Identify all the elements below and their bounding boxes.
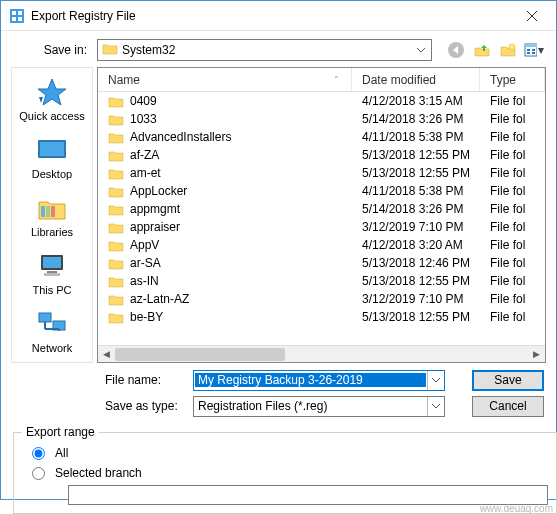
file-row[interactable]: ar-SA5/13/2018 12:46 PMFile fol	[98, 254, 545, 272]
file-name: AdvancedInstallers	[130, 130, 231, 144]
svg-rect-3	[12, 17, 16, 21]
svg-rect-29	[39, 313, 51, 322]
file-row[interactable]: am-et5/13/2018 12:55 PMFile fol	[98, 164, 545, 182]
file-name-input[interactable]: My Registry Backup 3-26-2019	[193, 370, 445, 391]
scroll-track[interactable]	[115, 346, 528, 363]
export-all-radio[interactable]	[32, 447, 45, 460]
file-name: az-Latn-AZ	[130, 292, 189, 306]
file-date: 5/13/2018 12:55 PM	[352, 310, 480, 324]
network-icon	[35, 308, 69, 340]
export-selected-option[interactable]: Selected branch	[22, 463, 548, 483]
file-list[interactable]: Name ˄ Date modified Type 04094/12/2018 …	[97, 67, 546, 363]
file-type: File fol	[480, 220, 545, 234]
cancel-button[interactable]: Cancel	[472, 396, 544, 417]
file-date: 5/13/2018 12:55 PM	[352, 148, 480, 162]
place-label: Libraries	[31, 226, 73, 238]
file-name: 0409	[130, 94, 157, 108]
file-date: 5/13/2018 12:55 PM	[352, 274, 480, 288]
svg-rect-28	[44, 273, 60, 276]
file-row[interactable]: AppLocker4/11/2018 5:38 PMFile fol	[98, 182, 545, 200]
export-range-group: Export range All Selected branch	[13, 425, 557, 514]
place-label: Network	[32, 342, 72, 354]
svg-marker-18	[38, 79, 66, 105]
file-row[interactable]: af-ZA5/13/2018 12:55 PMFile fol	[98, 146, 545, 164]
folder-icon	[102, 42, 118, 59]
export-selected-radio[interactable]	[32, 467, 45, 480]
file-date: 5/13/2018 12:46 PM	[352, 256, 480, 270]
save-in-combo[interactable]: System32	[97, 39, 432, 61]
svg-rect-27	[47, 271, 57, 273]
save-in-label: Save in:	[11, 43, 91, 57]
file-type: File fol	[480, 130, 545, 144]
file-name: appraiser	[130, 220, 180, 234]
view-menu-button[interactable]: ▾	[522, 39, 546, 61]
file-date: 4/11/2018 5:38 PM	[352, 184, 480, 198]
svg-rect-14	[527, 49, 530, 51]
place-thispc[interactable]: This PC	[12, 246, 92, 304]
column-date[interactable]: Date modified	[352, 68, 480, 91]
place-libraries[interactable]: Libraries	[12, 188, 92, 246]
file-row[interactable]: as-IN5/13/2018 12:55 PMFile fol	[98, 272, 545, 290]
file-type: File fol	[480, 238, 545, 252]
file-name-value[interactable]: My Registry Backup 3-26-2019	[195, 373, 426, 387]
scroll-left-button[interactable]: ◀	[98, 346, 115, 363]
svg-rect-13	[525, 44, 537, 47]
selected-branch-input[interactable]	[68, 485, 548, 505]
place-label: Quick access	[19, 110, 84, 122]
save-button[interactable]: Save	[472, 370, 544, 391]
place-desktop[interactable]: Desktop	[12, 130, 92, 188]
thispc-icon	[35, 250, 69, 282]
titlebar[interactable]: Export Registry File	[1, 1, 556, 31]
svg-rect-16	[532, 49, 535, 51]
svg-rect-17	[532, 52, 535, 54]
column-name[interactable]: Name ˄	[98, 68, 352, 91]
file-row[interactable]: AppV4/12/2018 3:20 AMFile fol	[98, 236, 545, 254]
file-type: File fol	[480, 256, 545, 270]
file-date: 3/12/2019 7:10 PM	[352, 220, 480, 234]
file-type: File fol	[480, 202, 545, 216]
up-one-level-button[interactable]	[470, 39, 494, 61]
file-type: File fol	[480, 184, 545, 198]
svg-rect-1	[12, 11, 16, 15]
place-label: This PC	[32, 284, 71, 296]
chevron-down-icon: ▾	[537, 43, 545, 57]
new-folder-button[interactable]	[496, 39, 520, 61]
svg-rect-2	[18, 11, 22, 15]
file-name: be-BY	[130, 310, 163, 324]
file-row[interactable]: appraiser3/12/2019 7:10 PMFile fol	[98, 218, 545, 236]
back-button[interactable]	[444, 39, 468, 61]
svg-rect-10	[483, 47, 485, 51]
file-row[interactable]: 04094/12/2018 3:15 AMFile fol	[98, 92, 545, 110]
place-label: Desktop	[32, 168, 72, 180]
file-type: File fol	[480, 94, 545, 108]
list-header[interactable]: Name ˄ Date modified Type	[98, 68, 545, 92]
place-quickaccess[interactable]: Quick access	[12, 72, 92, 130]
file-date: 5/13/2018 12:55 PM	[352, 166, 480, 180]
place-network[interactable]: Network	[12, 304, 92, 362]
file-row[interactable]: az-Latn-AZ3/12/2019 7:10 PMFile fol	[98, 290, 545, 308]
horizontal-scrollbar[interactable]: ◀ ▶	[98, 345, 545, 362]
chevron-down-icon[interactable]	[413, 40, 429, 60]
svg-rect-21	[40, 142, 64, 156]
chevron-down-icon[interactable]	[427, 397, 444, 416]
file-name: am-et	[130, 166, 161, 180]
column-type[interactable]: Type	[480, 68, 545, 91]
save-type-combo[interactable]: Registration Files (*.reg)	[193, 396, 445, 417]
file-type: File fol	[480, 166, 545, 180]
file-name: as-IN	[130, 274, 159, 288]
file-row[interactable]: 10335/14/2018 3:26 PMFile fol	[98, 110, 545, 128]
close-button[interactable]	[509, 1, 554, 30]
chevron-down-icon[interactable]	[427, 371, 444, 390]
sort-asc-icon: ˄	[334, 75, 339, 85]
file-date: 4/11/2018 5:38 PM	[352, 130, 480, 144]
file-row[interactable]: AdvancedInstallers4/11/2018 5:38 PMFile …	[98, 128, 545, 146]
window-title: Export Registry File	[31, 9, 509, 23]
svg-marker-19	[39, 97, 43, 103]
file-row[interactable]: be-BY5/13/2018 12:55 PMFile fol	[98, 308, 545, 326]
save-type-value: Registration Files (*.reg)	[194, 399, 427, 413]
export-all-option[interactable]: All	[22, 443, 548, 463]
svg-point-11	[509, 44, 515, 50]
file-row[interactable]: appmgmt5/14/2018 3:26 PMFile fol	[98, 200, 545, 218]
scroll-thumb[interactable]	[115, 348, 285, 361]
scroll-right-button[interactable]: ▶	[528, 346, 545, 363]
